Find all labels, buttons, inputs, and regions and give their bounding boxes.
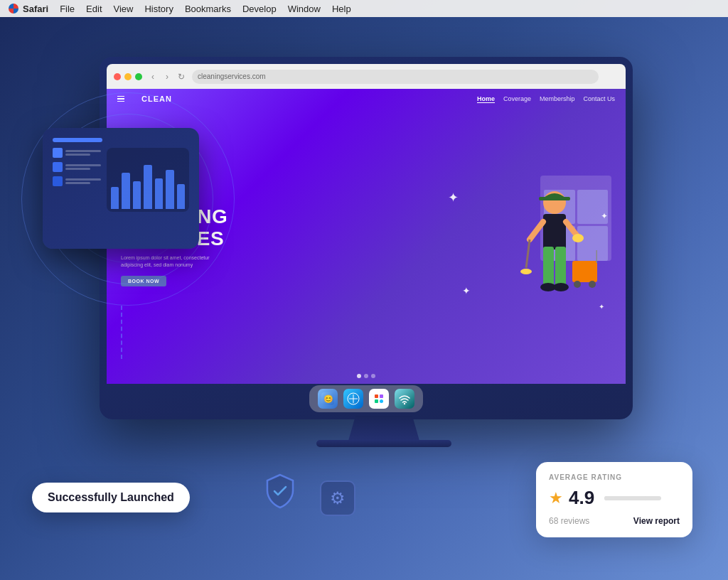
analytics-top-bar	[53, 138, 102, 142]
row-lines-1	[65, 150, 101, 156]
svg-point-24	[380, 399, 383, 403]
dock: 😊	[309, 385, 423, 412]
minimize-button[interactable]	[124, 73, 132, 80]
bar-2	[122, 173, 129, 209]
svg-rect-22	[380, 394, 383, 398]
safari-label: Safari	[23, 4, 48, 14]
menu-history[interactable]: History	[144, 4, 173, 14]
maximize-button[interactable]	[135, 73, 142, 80]
back-button[interactable]: ‹	[148, 72, 158, 82]
row-line	[65, 182, 90, 184]
svg-rect-3	[543, 247, 554, 286]
svg-text:😊: 😊	[323, 394, 333, 404]
address-bar[interactable]: cleaningservices.com	[192, 70, 599, 84]
star-icon: ★	[549, 489, 563, 508]
rating-label: AVERAGE RATING	[549, 473, 680, 481]
rating-card: AVERAGE RATING ★ 4.9 68 reviews View rep…	[536, 462, 692, 537]
analytics-row-3	[53, 176, 101, 186]
bar-7	[177, 184, 185, 209]
menu-items: File Edit View History Bookmarks Develop…	[60, 4, 351, 14]
analytics-rows	[53, 148, 189, 212]
hero-illustration: ✦ ✦ ✦ ✦	[434, 168, 611, 325]
dock-figma-icon[interactable]	[369, 389, 389, 409]
menu-bar: Safari File Edit View History Bookmarks …	[0, 0, 728, 17]
dot-2[interactable]	[364, 374, 368, 378]
analytics-row-2	[53, 162, 101, 172]
analytics-card	[43, 128, 199, 249]
svg-line-8	[526, 240, 530, 268]
settings-icon-container: ⚙	[320, 480, 355, 516]
row-line	[65, 154, 90, 156]
dot-3[interactable]	[371, 374, 375, 378]
sparkle-1: ✦	[448, 190, 459, 205]
dot-active[interactable]	[357, 374, 361, 378]
analytics-chart	[107, 148, 189, 212]
svg-point-13	[574, 281, 581, 288]
browser-nav: ‹ › ↻	[148, 72, 186, 82]
rating-score: 4.9	[569, 487, 594, 509]
reviews-count: 68 reviews	[549, 516, 589, 526]
menu-bookmarks[interactable]: Bookmarks	[185, 4, 231, 14]
sparkle-2: ✦	[601, 211, 608, 221]
traffic-lights	[114, 73, 142, 80]
safari-menu[interactable]: Safari	[9, 4, 48, 14]
url-text: cleaningservices.com	[198, 72, 266, 80]
monitor-base	[316, 440, 451, 447]
svg-point-11	[572, 234, 584, 242]
dock-wifi-icon[interactable]	[395, 389, 414, 409]
nav-home[interactable]: Home	[477, 95, 495, 103]
row-line	[65, 150, 101, 152]
svg-point-14	[589, 281, 596, 288]
svg-point-6	[553, 283, 569, 291]
connect-line	[121, 306, 122, 359]
row-lines-3	[65, 178, 101, 184]
svg-rect-2	[543, 214, 566, 249]
nav-membership[interactable]: Membership	[540, 95, 575, 103]
close-button[interactable]	[114, 73, 121, 80]
view-report-link[interactable]: View report	[633, 516, 680, 526]
menu-view[interactable]: View	[114, 4, 134, 14]
bar-1	[111, 187, 119, 209]
analytics-row-1	[53, 148, 101, 158]
menu-develop[interactable]: Develop	[242, 4, 277, 14]
rating-footer: 68 reviews View report	[549, 516, 680, 526]
svg-rect-23	[375, 399, 378, 403]
sparkle-4: ✦	[599, 303, 604, 311]
dock-finder-icon[interactable]: 😊	[318, 389, 338, 409]
row-square-2	[53, 162, 63, 172]
bar-3	[133, 181, 141, 209]
refresh-button[interactable]: ↻	[176, 72, 186, 82]
cleaner-figure	[512, 183, 597, 325]
bar-6	[166, 170, 173, 209]
gear-icon: ⚙	[330, 488, 346, 508]
nav-coverage[interactable]: Coverage	[503, 95, 531, 103]
row-line	[65, 178, 101, 181]
svg-rect-21	[375, 394, 378, 398]
forward-button[interactable]: ›	[162, 72, 172, 82]
website-nav-links: Home Coverage Membership Contact Us	[477, 95, 615, 103]
svg-line-10	[566, 222, 577, 236]
shield-icon-container	[263, 473, 297, 512]
row-line	[65, 164, 101, 166]
menu-file[interactable]: File	[60, 4, 75, 14]
rating-bar-fill	[604, 496, 647, 500]
svg-rect-4	[555, 247, 566, 286]
settings-box: ⚙	[320, 480, 355, 516]
bar-4	[144, 165, 151, 209]
svg-point-25	[404, 403, 405, 404]
menu-window[interactable]: Window	[288, 4, 321, 14]
svg-line-7	[530, 222, 543, 240]
rating-bar	[604, 496, 661, 500]
row-line	[65, 168, 90, 170]
nav-contact[interactable]: Contact Us	[583, 95, 615, 103]
row-square-1	[53, 148, 63, 158]
dock-safari-icon[interactable]	[343, 389, 363, 409]
row-lines-2	[65, 164, 101, 170]
menu-edit[interactable]: Edit	[86, 4, 102, 14]
success-badge: Successfully Launched	[32, 483, 190, 512]
rating-main: ★ 4.9	[549, 487, 680, 509]
menu-help[interactable]: Help	[332, 4, 351, 14]
carousel-dots	[357, 374, 375, 378]
safari-icon	[9, 4, 18, 14]
row-square-3	[53, 176, 63, 186]
